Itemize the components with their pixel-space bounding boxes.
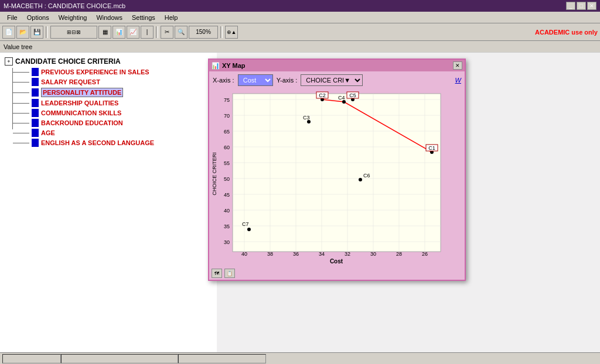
zoom-display[interactable]: 150% [189,26,218,39]
tb-btn-2[interactable]: ▦ [98,26,111,39]
svg-text:38: 38 [267,251,273,257]
footer-icon-2[interactable]: 📋 [224,269,235,278]
menu-settings[interactable]: Settings [127,13,160,22]
save-button[interactable]: 💾 [30,26,43,39]
tree-node-box [32,88,39,97]
xy-chart: CHOICE CRITERI 75 70 65 60 55 50 45 40 3… [209,89,465,267]
tree-node-label: COMMUNICATION SKILLS [41,109,121,116]
svg-text:C2: C2 [319,92,326,98]
list-item: AGE [13,129,212,137]
tree-node-label: LEADERSHIP QUALITIES [41,99,118,107]
main-content: + CANDIDATE CHOICE CRITERIA PREVIOUS EXP… [0,53,600,364]
value-tree-label: Value tree [0,41,600,53]
maximize-button[interactable]: □ [577,2,586,10]
tree-node-box [32,139,39,147]
tree-node-box [32,109,39,117]
status-segment-3 [178,354,266,363]
toolbar-separator-2 [156,26,158,38]
point-c6 [359,178,362,181]
tree-node-label: SALARY REQUEST [41,78,100,85]
tree-node-label: PREVIOUS EXPERIENCE IN SALES [41,68,149,75]
svg-text:65: 65 [224,129,230,135]
toolbar: 📄 📂 💾 ⊞⊟⊠ ▦ 📊 📈 | ✂ 🔍 150% ⊕▲ ACADEMIC u… [0,23,600,41]
open-button[interactable]: 📂 [16,26,29,39]
xy-dialog: 📊 XY Map ✕ X-axis : Cost Y-axis : CHOICE… [208,59,466,281]
svg-text:↔: ↔ [437,266,442,267]
window-title: M-MACBETH : CANDIDATE CHOICE.mcb [4,2,125,9]
dialog-footer: 🗺 📋 [209,267,465,280]
svg-text:28: 28 [396,251,402,257]
tree-root-label: CANDIDATE CHOICE CRITERIA [15,57,121,66]
close-button[interactable]: ✕ [587,2,596,10]
tb-btn-4[interactable]: 📈 [127,26,139,39]
svg-text:45: 45 [224,192,230,198]
tree-h-line [13,103,29,104]
tree-node-box [32,119,39,127]
svg-rect-0 [233,94,441,252]
svg-text:32: 32 [345,251,350,257]
tb-btn-5[interactable]: | [141,26,154,39]
tree-root-icon[interactable]: + [5,57,13,66]
new-button[interactable]: 📄 [2,26,15,39]
window-controls: _ □ ✕ [566,2,596,10]
tree-h-line [13,123,29,123]
tb-btn-7[interactable]: 🔍 [175,26,188,39]
svg-text:40: 40 [241,251,247,257]
tree-h-line [13,82,29,83]
svg-text:C1: C1 [428,145,435,151]
menu-file[interactable]: File [2,13,22,22]
list-item: PREVIOUS EXPERIENCE IN SALES [13,68,212,76]
svg-text:60: 60 [224,145,230,150]
list-item: BACKROUND EDUCATION [13,119,212,127]
tb-btn-6[interactable]: ✂ [161,26,173,39]
svg-text:C4: C4 [338,95,345,101]
svg-text:36: 36 [293,251,299,257]
tree-h-line [13,92,29,93]
tree-node-box [32,68,39,76]
tree-h-line [13,143,29,143]
x-axis-select[interactable]: Cost [238,74,273,86]
svg-text:C5: C5 [349,92,356,98]
w-label[interactable]: W [455,77,461,84]
tree-h-line [13,72,29,73]
menu-windows[interactable]: Windows [91,13,127,22]
axis-controls: X-axis : Cost Y-axis : CHOICE CRI▼ W [209,71,465,89]
status-bar [0,352,600,364]
list-item: COMMUNICATION SKILLS [13,109,212,117]
tb-btn-1[interactable]: ⊞⊟⊠ [50,26,97,39]
tree-node-box [32,129,39,137]
svg-text:30: 30 [370,251,376,257]
list-item: SALARY REQUEST [13,78,212,86]
point-c7 [247,228,251,231]
tree-panel: + CANDIDATE CHOICE CRITERIA PREVIOUS EXP… [0,53,217,364]
tree-root: + CANDIDATE CHOICE CRITERIA [5,57,212,66]
list-item: ENGLISH AS A SECOND LANGUAGE [13,139,212,147]
tb-btn-8[interactable]: ⊕▲ [225,26,238,39]
dialog-close-button[interactable]: ✕ [453,61,462,70]
menu-weighting[interactable]: Weighting [54,13,92,22]
tb-btn-3[interactable]: 📊 [112,26,125,39]
list-item: LEADERSHIP QUALITIES [13,99,212,107]
tree-node-box [32,78,39,86]
svg-text:35: 35 [224,224,230,229]
dialog-title-bar: 📊 XY Map ✕ [209,60,465,71]
toolbar-separator-3 [220,26,223,38]
tree-children: PREVIOUS EXPERIENCE IN SALES SALARY REQU… [13,68,212,147]
menu-bar: File Options Weighting Windows Settings … [0,12,600,23]
svg-text:75: 75 [224,97,230,103]
tree-node-box [32,99,39,107]
y-axis-select[interactable]: CHOICE CRI▼ [301,74,363,86]
tree-node-label-highlighted: PERSONALITY ATTITUDE [41,88,123,97]
menu-options[interactable]: Options [22,13,54,22]
x-axis-label: X-axis : [213,77,234,84]
status-segment-1 [2,354,61,363]
academic-label: ACADEMIC use only [535,29,598,36]
menu-help[interactable]: Help [160,13,183,22]
svg-text:C6: C6 [363,173,370,178]
toolbar-separator-1 [46,26,48,38]
dialog-title-text: 📊 XY Map [212,62,246,70]
minimize-button[interactable]: _ [566,2,575,10]
footer-icon-1[interactable]: 🗺 [212,269,222,278]
status-segment-2 [61,354,178,363]
svg-text:70: 70 [224,113,230,119]
